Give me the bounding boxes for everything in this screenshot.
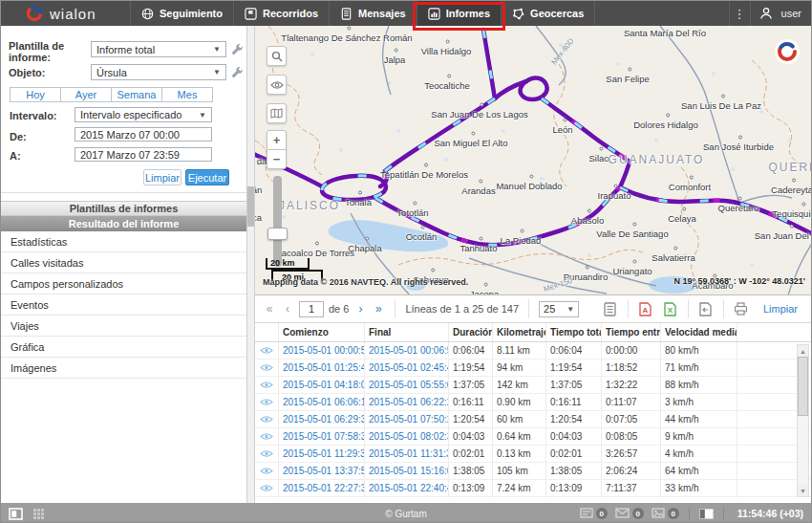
table-clear-button[interactable]: Limpiar: [754, 303, 803, 315]
cell-final[interactable]: 2015-05-01 00:06:56: [365, 342, 449, 359]
nav-item-seguimiento[interactable]: Seguimiento: [130, 1, 233, 26]
badge-group-notifications[interactable]: 0: [580, 508, 608, 520]
overflow-menu-icon[interactable]: ⋮: [729, 1, 751, 26]
object-select[interactable]: Úrsula▼: [91, 64, 226, 80]
report-section-campos-personalizados[interactable]: Campos personalizados: [1, 273, 246, 294]
apps-grid-icon[interactable]: [32, 508, 45, 520]
toggle-panel-icon[interactable]: [9, 508, 23, 520]
divider-handle[interactable]: [247, 186, 254, 227]
to-date-input[interactable]: 2017 Marzo 07 23:59: [75, 147, 212, 162]
range-button-mes[interactable]: Mes: [162, 87, 213, 102]
cell-final[interactable]: 2015-05-01 08:02:34: [365, 428, 449, 445]
prev-page-button[interactable]: ‹: [281, 302, 294, 316]
object-settings-wrench-icon[interactable]: [231, 66, 244, 80]
table-row[interactable]: 2015-05-01 06:06:162015-05-01 06:22:270:…: [255, 394, 811, 411]
table-scrollbar[interactable]: ▲ ▼: [797, 344, 809, 497]
table-row[interactable]: 2015-05-01 04:18:042015-05-01 05:55:091:…: [255, 377, 811, 394]
column-header-tiempo-total[interactable]: Tiempo total: [546, 323, 602, 341]
show-on-map-eye-icon[interactable]: [255, 411, 279, 427]
show-on-map-eye-icon[interactable]: [255, 480, 279, 496]
show-on-map-eye-icon[interactable]: [255, 360, 279, 376]
nav-item-informes[interactable]: Informes: [417, 1, 501, 26]
report-section-imagenes[interactable]: Imágenes: [1, 358, 246, 379]
nav-item-recorridos[interactable]: Recorridos: [233, 1, 329, 26]
export-pdf-icon[interactable]: A: [633, 299, 658, 318]
first-page-button[interactable]: «: [263, 302, 276, 316]
cell-comienzo[interactable]: 2015-05-01 06:29:32: [279, 411, 365, 427]
map-layers-button[interactable]: [267, 103, 287, 123]
column-header-tiempo-entre[interactable]: Tiempo entre: [602, 323, 661, 341]
table-row[interactable]: 2015-05-01 11:29:312015-05-01 11:31:320:…: [255, 446, 811, 463]
print-icon[interactable]: [729, 299, 754, 318]
clear-button[interactable]: Limpiar: [143, 169, 182, 185]
map-visibility-button[interactable]: [267, 75, 287, 95]
export-file-icon[interactable]: [694, 299, 718, 318]
column-header-duracion[interactable]: Duración: [449, 323, 493, 341]
badge-group-photos[interactable]: 0: [652, 508, 679, 520]
template-select[interactable]: Informe total▼: [91, 41, 226, 57]
templates-header[interactable]: Plantillas de informes: [1, 201, 246, 216]
zoom-in-button[interactable]: +: [267, 130, 287, 150]
cell-comienzo[interactable]: 2015-05-01 01:25:48: [279, 360, 365, 376]
cell-final[interactable]: 2015-05-01 15:16:01: [365, 463, 449, 479]
cell-final[interactable]: 2015-05-01 22:40:47: [365, 480, 449, 496]
cell-final[interactable]: 2015-05-01 07:50:26: [365, 411, 449, 427]
nav-item-mensajes[interactable]: Mensajes: [329, 1, 417, 26]
cell-comienzo[interactable]: 2015-05-01 06:06:16: [279, 394, 365, 410]
wialon-logo[interactable]: wialon: [1, 1, 130, 26]
report-section-calles-visitadas[interactable]: Calles visitadas: [1, 252, 246, 273]
sidebar-resize-divider[interactable]: [247, 26, 255, 503]
user-icon[interactable]: [759, 7, 773, 20]
cell-comienzo[interactable]: 2015-05-01 00:00:52: [279, 342, 365, 359]
execute-button[interactable]: Ejecutar: [185, 169, 229, 185]
show-on-map-eye-icon[interactable]: [255, 428, 279, 445]
range-button-ayer[interactable]: Ayer: [61, 87, 112, 102]
cell-final[interactable]: 2015-05-01 11:31:32: [365, 446, 449, 462]
page-input[interactable]: [299, 301, 324, 317]
range-button-hoy[interactable]: Hoy: [10, 87, 61, 102]
column-header-comienzo[interactable]: Comienzo: [279, 323, 365, 341]
export-excel-icon[interactable]: X: [658, 299, 683, 318]
table-row[interactable]: 2015-05-01 00:00:522015-05-01 00:06:560:…: [255, 342, 811, 360]
scroll-down-icon[interactable]: ▼: [798, 485, 808, 496]
scrollbar-thumb[interactable]: [798, 357, 808, 416]
map-search-button[interactable]: [267, 46, 287, 66]
interval-select[interactable]: Intervalo especificado▼: [75, 107, 212, 122]
column-header-kilometraje[interactable]: Kilometraje: [493, 323, 546, 341]
template-settings-wrench-icon[interactable]: [231, 43, 244, 57]
from-date-input[interactable]: 2015 Marzo 07 00:00: [75, 127, 212, 142]
report-html-icon[interactable]: [598, 299, 623, 318]
range-button-semana[interactable]: Semana: [112, 87, 162, 102]
report-section-grafica[interactable]: Gráfica: [1, 337, 246, 358]
show-on-map-eye-icon[interactable]: [255, 446, 279, 462]
next-page-button[interactable]: ›: [353, 302, 367, 316]
zoom-slider-handle[interactable]: [267, 228, 288, 240]
cell-comienzo[interactable]: 2015-05-01 13:37:56: [279, 463, 365, 479]
nav-item-geocercas[interactable]: Geocercas: [501, 1, 595, 26]
table-row[interactable]: 2015-05-01 07:58:312015-05-01 08:02:340:…: [255, 428, 811, 446]
page-size-select[interactable]: 25▼: [539, 301, 579, 317]
map[interactable]: Tlaltenango De Sánchez RománJalpaVilla H…: [255, 26, 811, 295]
report-section-eventos[interactable]: Eventos: [1, 294, 246, 316]
user-label[interactable]: user: [781, 8, 801, 19]
report-section-estadisticas[interactable]: Estadísticas: [1, 231, 246, 252]
scrollbar-track[interactable]: [798, 357, 808, 485]
layout-icon[interactable]: [699, 509, 714, 519]
column-header-velocidad-media[interactable]: Velocidad media: [661, 323, 737, 341]
result-header[interactable]: Resultado del informe: [1, 216, 246, 231]
cell-comienzo[interactable]: 2015-05-01 11:29:31: [279, 446, 365, 462]
badge-group-messages-envelope[interactable]: 0: [615, 508, 644, 520]
last-page-button[interactable]: »: [372, 302, 385, 316]
cell-final[interactable]: 2015-05-01 02:45:42: [365, 360, 449, 376]
zoom-slider-track[interactable]: [273, 176, 282, 267]
show-on-map-eye-icon[interactable]: [255, 342, 279, 359]
cell-comienzo[interactable]: 2015-05-01 22:27:38: [279, 480, 365, 496]
column-header-final[interactable]: Final: [365, 323, 449, 341]
show-on-map-eye-icon[interactable]: [255, 394, 279, 410]
zoom-out-button[interactable]: −: [267, 149, 287, 169]
cell-final[interactable]: 2015-05-01 05:55:09: [365, 377, 449, 393]
show-on-map-eye-icon[interactable]: [255, 377, 279, 393]
cell-final[interactable]: 2015-05-01 06:22:27: [365, 394, 449, 410]
cell-comienzo[interactable]: 2015-05-01 07:58:31: [279, 428, 365, 445]
report-section-viajes[interactable]: Viajes: [1, 316, 246, 337]
